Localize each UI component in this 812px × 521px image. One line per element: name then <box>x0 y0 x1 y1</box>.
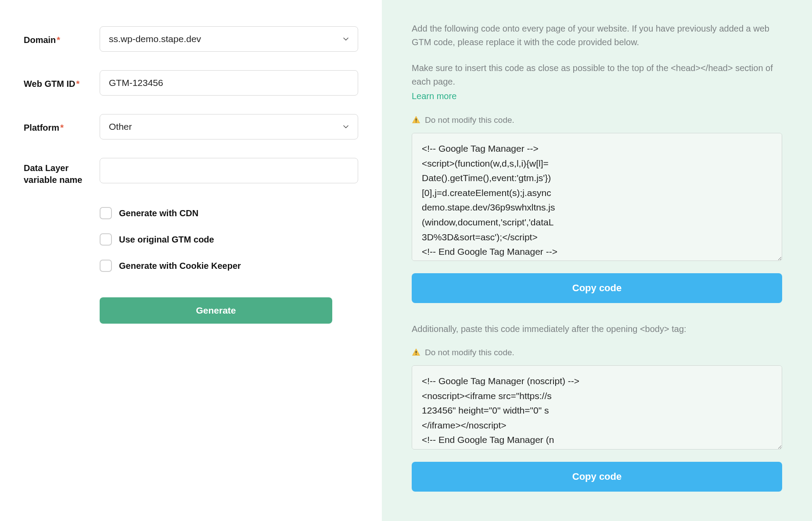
additional-section: Additionally, paste this code immediatel… <box>412 322 782 492</box>
gtm-input[interactable] <box>100 70 358 96</box>
intro-paragraph-2: Make sure to insert this code as close a… <box>412 61 782 103</box>
chevron-down-icon <box>343 124 349 130</box>
domain-select-value: ss.wp-demo.stape.dev <box>109 34 201 44</box>
checkbox-cdn[interactable] <box>100 207 112 219</box>
checkbox-cookie[interactable] <box>100 260 112 272</box>
intro-paragraph-1: Add the following code onto every page o… <box>412 22 782 49</box>
checkbox-cdn-label: Generate with CDN <box>119 208 198 218</box>
svg-point-3 <box>416 354 417 355</box>
copy-code-button-2[interactable]: Copy code <box>412 462 782 492</box>
learn-more-link[interactable]: Learn more <box>412 89 782 103</box>
form-panel: Domain* ss.wp-demo.stape.dev Web GTM ID*… <box>0 0 382 521</box>
checkbox-group: Generate with CDN Use original GTM code … <box>100 207 358 272</box>
domain-select[interactable]: ss.wp-demo.stape.dev <box>100 26 358 52</box>
warning-icon <box>412 348 420 357</box>
platform-row: Platform* Other <box>24 114 358 139</box>
svg-rect-2 <box>416 351 417 353</box>
gtm-row: Web GTM ID* <box>24 70 358 96</box>
platform-label: Platform* <box>24 114 100 134</box>
code-box-head[interactable] <box>412 133 782 261</box>
checkbox-cookie-label: Generate with Cookie Keeper <box>119 261 241 271</box>
datalayer-label: Data Layer variable name <box>24 158 100 186</box>
warning-text: Do not modify this code. <box>425 348 514 357</box>
domain-row: Domain* ss.wp-demo.stape.dev <box>24 26 358 52</box>
datalayer-row: Data Layer variable name <box>24 158 358 186</box>
warning-text: Do not modify this code. <box>425 115 514 125</box>
warning-icon <box>412 115 420 124</box>
checkbox-cdn-row: Generate with CDN <box>100 207 358 219</box>
warning-2: Do not modify this code. <box>412 348 782 357</box>
additional-text: Additionally, paste this code immediatel… <box>412 322 782 335</box>
svg-rect-0 <box>416 118 417 121</box>
copy-code-button-1[interactable]: Copy code <box>412 273 782 303</box>
checkbox-original-label: Use original GTM code <box>119 235 214 245</box>
chevron-down-icon <box>343 36 349 42</box>
checkbox-original[interactable] <box>100 233 112 246</box>
code-box-body[interactable] <box>412 365 782 450</box>
code-panel: Add the following code onto every page o… <box>382 0 812 521</box>
datalayer-input[interactable] <box>100 158 358 183</box>
intro-text: Add the following code onto every page o… <box>412 22 782 103</box>
platform-select[interactable]: Other <box>100 114 358 139</box>
domain-label: Domain* <box>24 26 100 46</box>
platform-select-value: Other <box>109 121 132 132</box>
generate-button[interactable]: Generate <box>100 297 332 324</box>
warning-1: Do not modify this code. <box>412 115 782 125</box>
checkbox-cookie-row: Generate with Cookie Keeper <box>100 260 358 272</box>
checkbox-original-row: Use original GTM code <box>100 233 358 246</box>
gtm-label: Web GTM ID* <box>24 70 100 90</box>
svg-point-1 <box>416 121 417 122</box>
